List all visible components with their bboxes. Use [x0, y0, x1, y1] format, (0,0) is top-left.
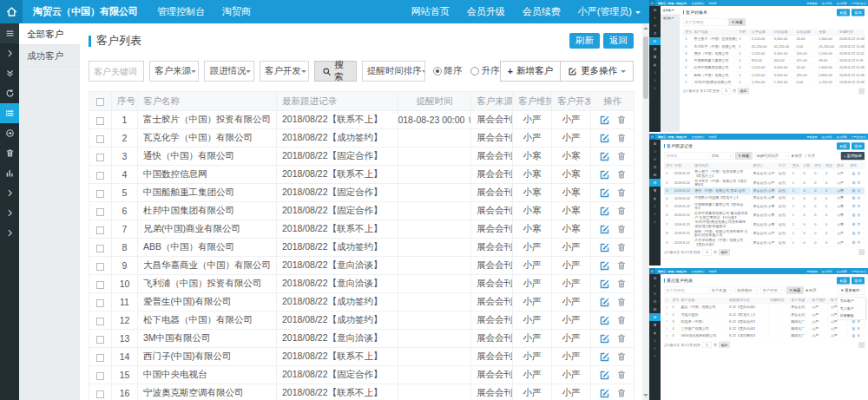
edit-square-icon[interactable]: [599, 224, 610, 235]
customer-source: 展会会刊: [471, 129, 513, 148]
sidebar-chevron-right-item[interactable]: [0, 203, 19, 223]
preview-window-2[interactable]: 淘贸云（中国）有限公司 管理控制台 淘贸商 网站首页会员升级会员续费小严(管理员…: [649, 134, 868, 266]
row-checkbox[interactable]: [96, 154, 104, 161]
search-button[interactable]: 搜索: [314, 61, 357, 82]
trash-icon[interactable]: [616, 133, 627, 143]
trash-icon[interactable]: [616, 279, 627, 289]
trash-icon[interactable]: [616, 115, 627, 125]
trash-icon[interactable]: [616, 370, 627, 380]
row-checkbox[interactable]: [96, 336, 104, 344]
sidebar-chevrons-down-item[interactable]: [0, 63, 19, 83]
more-actions-button[interactable]: 更多操作: [561, 61, 634, 82]
submenu-item-1[interactable]: 成功客户: [19, 45, 80, 67]
trash-icon[interactable]: [616, 242, 627, 252]
sidebar-chevron-right-item[interactable]: [0, 43, 19, 63]
row-checkbox[interactable]: [96, 299, 104, 307]
trash-icon[interactable]: [616, 169, 627, 180]
row-checkbox[interactable]: [96, 390, 104, 398]
row-checkbox[interactable]: [96, 172, 104, 180]
scroll-up-arrow-icon[interactable]: [643, 27, 648, 30]
customer-source: 展会会刊: [471, 202, 513, 220]
title-accent-bar: [89, 36, 91, 47]
edit-square-icon[interactable]: [599, 315, 610, 326]
top-menu-item-3[interactable]: 小严(管理员): [569, 0, 649, 23]
edit-square-icon[interactable]: [599, 279, 610, 290]
trash-icon[interactable]: [467, 115, 470, 124]
row-checkbox[interactable]: [96, 135, 104, 143]
asc-radio[interactable]: 升序: [470, 65, 500, 77]
arrow-circle-right-icon: [653, 315, 656, 318]
edit-square-icon[interactable]: [599, 351, 610, 363]
edit-square-icon[interactable]: [599, 333, 610, 344]
main-window: 淘贸云（中国）有限公司 管理控制台 淘贸商 网站首页会员升级会员续费小严(管理员…: [0, 0, 649, 400]
preview-window-3[interactable]: 淘贸云（中国）有限公司 管理控制台 淘贸商 网站首页会员升级会员续费小严(管理员…: [649, 268, 868, 400]
edit-square-icon[interactable]: [599, 260, 610, 272]
status-select[interactable]: 跟进情况: [204, 61, 253, 82]
row-checkbox[interactable]: [96, 281, 104, 289]
edit-square-icon[interactable]: [599, 133, 610, 144]
edit-square-icon[interactable]: [599, 151, 610, 162]
submenu-item-0[interactable]: 全部客户: [19, 23, 80, 45]
keyword-input[interactable]: [89, 61, 144, 82]
nav-admin-console[interactable]: 管理控制台: [148, 0, 214, 23]
edit-square-icon[interactable]: [599, 388, 610, 399]
edit-square-icon[interactable]: [599, 206, 610, 217]
remind-time: [398, 275, 471, 293]
mini-page-title: 客户跟进记录: [667, 143, 693, 149]
preview-window-1[interactable]: 淘贸云（中国）有限公司 管理控制台 淘贸商 网站首页会员升级会员续费小严(管理员…: [649, 0, 868, 132]
row-checkbox[interactable]: [96, 190, 104, 198]
trash-icon[interactable]: [616, 224, 627, 234]
row-checkbox[interactable]: [96, 245, 104, 252]
select-all-checkbox[interactable]: [96, 98, 104, 106]
sidebar-rotate-left-item[interactable]: [0, 83, 19, 103]
mini-search-button: 搜索: [786, 286, 804, 294]
trash-icon[interactable]: [616, 187, 627, 198]
row-checkbox[interactable]: [96, 208, 104, 216]
nav-shop[interactable]: 淘贸商: [214, 0, 260, 23]
back-button[interactable]: 返回: [603, 33, 634, 49]
trash-icon[interactable]: [616, 333, 627, 344]
desc-radio[interactable]: 降序: [433, 65, 463, 77]
mini-go-button: 确定: [719, 249, 730, 255]
top-menu-item-1[interactable]: 会员升级: [458, 0, 514, 23]
customer-source: 展会会刊: [471, 166, 513, 184]
scrollbar-thumb[interactable]: [643, 36, 648, 99]
sidebar-chevron-right-item[interactable]: [0, 223, 19, 243]
row-checkbox[interactable]: [96, 117, 104, 125]
sidebar-arrow-circle-right-item[interactable]: [0, 123, 19, 143]
sidebar-menu-item[interactable]: [0, 23, 19, 43]
row-checkbox[interactable]: [96, 372, 104, 380]
refresh-button[interactable]: 刷新: [569, 33, 600, 49]
edit-square-icon[interactable]: [599, 115, 610, 126]
source-select[interactable]: 客户来源: [149, 61, 199, 82]
trash-icon[interactable]: [616, 206, 627, 216]
developer-select[interactable]: 客户开发: [260, 61, 309, 82]
sidebar-chart-item[interactable]: [0, 163, 19, 183]
sidebar-trash-item[interactable]: [0, 143, 19, 163]
scroll-down-arrow-icon[interactable]: [643, 394, 648, 397]
row-checkbox[interactable]: [96, 318, 104, 325]
trash-icon[interactable]: [616, 388, 627, 398]
trash-icon[interactable]: [616, 297, 627, 307]
main-scrollbar[interactable]: [642, 23, 649, 400]
row-checkbox[interactable]: [96, 354, 104, 362]
trash-icon[interactable]: [616, 315, 627, 325]
trash-icon[interactable]: [616, 351, 627, 362]
edit-square-icon[interactable]: [599, 169, 610, 180]
add-customer-button[interactable]: +新增客户: [500, 61, 561, 82]
sort-select[interactable]: 提醒时间排序: [362, 61, 425, 82]
row-checkbox[interactable]: [96, 226, 104, 234]
edit-square-icon[interactable]: [599, 370, 610, 381]
edit-square-icon[interactable]: [599, 297, 610, 308]
trash-icon[interactable]: [616, 260, 627, 271]
rotate-left-icon: [653, 299, 656, 303]
trash-icon[interactable]: [616, 151, 627, 161]
edit-square-icon[interactable]: [599, 187, 610, 199]
row-checkbox[interactable]: [96, 263, 104, 271]
edit-square-icon[interactable]: [599, 242, 610, 253]
home-button[interactable]: [0, 0, 23, 23]
sidebar-list-item[interactable]: [0, 103, 19, 123]
top-menu-item-2[interactable]: 会员续费: [514, 0, 569, 23]
sidebar-chevron-right-item[interactable]: [0, 183, 19, 203]
top-menu-item-0[interactable]: 网站首页: [403, 0, 458, 23]
